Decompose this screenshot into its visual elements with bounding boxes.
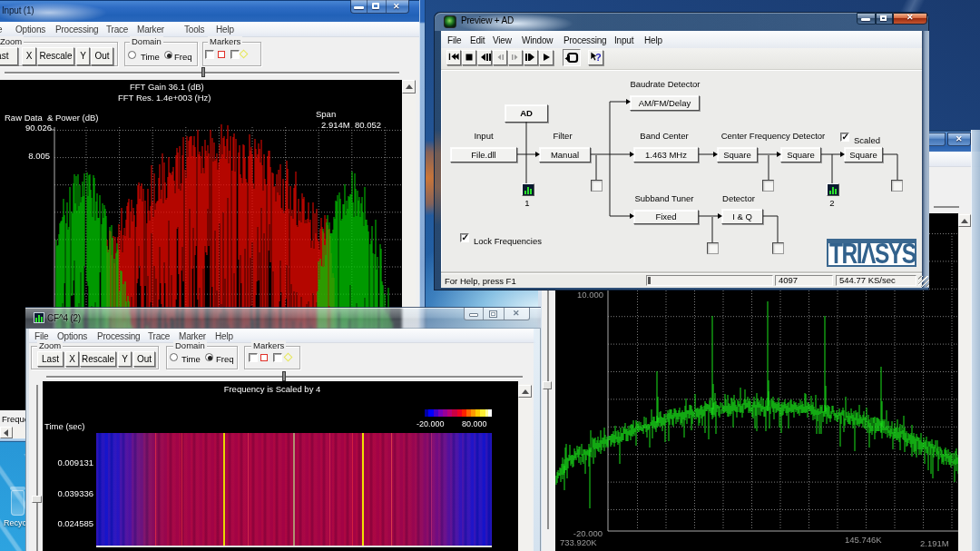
svg-text:?: ? — [595, 52, 602, 63]
